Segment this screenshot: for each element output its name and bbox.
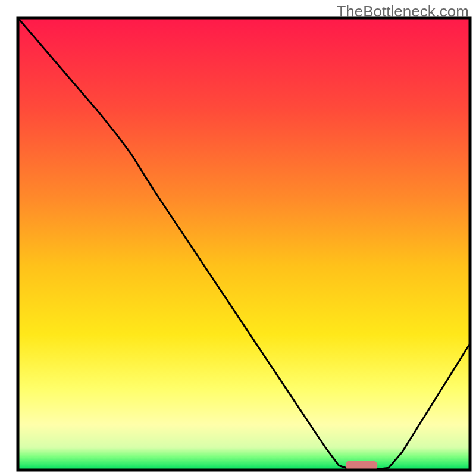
bottleneck-chart [0, 0, 476, 476]
plot-background [18, 18, 470, 470]
watermark-text: TheBottleneck.com [336, 2, 469, 21]
chart-container: TheBottleneck.com [0, 0, 476, 476]
